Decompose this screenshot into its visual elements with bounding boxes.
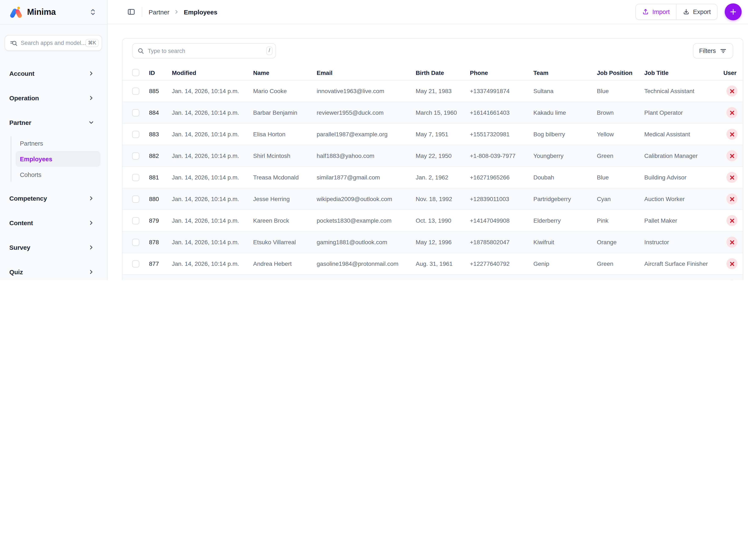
import-button[interactable]: Import [636,4,676,20]
table-search-input[interactable]: Type to search / [132,43,276,59]
cell-birth_date: March 15, 1960 [416,109,470,116]
sidebar-search-placeholder: Search apps and model... [21,40,86,46]
cell-phone: +13374991874 [470,88,533,94]
table-row[interactable]: 877Jan. 14, 2026, 10:14 p.m.Andrea Heber… [122,253,743,275]
row-checkbox[interactable] [132,217,139,224]
sidebar-item-label: Content [9,219,33,226]
cell-user [714,237,738,248]
cell-id: 880 [149,195,172,202]
sidebar-collapse-icon[interactable] [90,8,96,16]
cell-job_title: Pallet Maker [644,217,714,224]
column-header-team[interactable]: Team [533,69,597,76]
column-header-phone[interactable]: Phone [470,69,533,76]
column-header-modified[interactable]: Modified [172,69,253,76]
user-false-icon [726,193,738,205]
chevron-right-icon [88,269,94,275]
table-row[interactable]: 876Jan. 14, 2026, 10:14 p.m.Almeta Pughd… [122,275,743,280]
table-row[interactable]: 881Jan. 14, 2026, 10:14 p.m.Treasa Mcdon… [122,167,743,188]
cell-birth_date: May 7, 1951 [416,131,470,138]
sidebar-item-competency[interactable]: Competency [0,186,107,210]
sidebar-item-partner[interactable]: Partner [0,110,107,135]
sidebar-item-quiz[interactable]: Quiz [0,259,107,280]
cell-phone: +16141661403 [470,109,533,116]
cell-name: Treasa Mcdonald [253,174,317,181]
column-header-id[interactable]: ID [149,69,172,76]
cell-team: Youngberry [533,153,597,159]
column-header-email[interactable]: Email [317,69,416,76]
cell-email: half1883@yahoo.com [317,153,416,159]
row-checkbox[interactable] [132,152,139,159]
table-row[interactable]: 879Jan. 14, 2026, 10:14 p.m.Kareen Brock… [122,210,743,232]
breadcrumb-parent[interactable]: Partner [148,8,169,16]
row-checkbox[interactable] [132,131,139,138]
column-header-birth-date[interactable]: Birth Date [416,69,470,76]
table-row[interactable]: 884Jan. 14, 2026, 10:14 p.m.Barbar Benja… [122,102,743,123]
cell-phone: +15517320981 [470,131,533,138]
chevron-right-icon [88,244,94,250]
table-row[interactable]: 883Jan. 14, 2026, 10:14 p.m.Elisa Horton… [122,123,743,145]
cell-id: 877 [149,260,172,267]
column-header-job-position[interactable]: Job Position [597,69,644,76]
cell-team: Kiwifruit [533,239,597,246]
cell-name: Barbar Benjamin [253,109,317,116]
sidebar-item-survey[interactable]: Survey [0,235,107,259]
sidebar-item-operation[interactable]: Operation [0,86,107,110]
row-checkbox[interactable] [132,260,139,267]
list-toolbar: Type to search / Filters [122,39,743,59]
user-false-icon [726,237,738,248]
sidebar-subitem-employees[interactable]: Employees [16,151,100,167]
cell-id: 878 [149,239,172,246]
search-list-icon [10,39,17,47]
sidebar-subnav: PartnersEmployeesCohorts [10,136,107,182]
table-row[interactable]: 880Jan. 14, 2026, 10:14 p.m.Jesse Herrin… [122,188,743,210]
row-checkbox[interactable] [132,174,139,181]
column-header-user[interactable]: User [714,69,738,76]
filters-button[interactable]: Filters [693,43,733,59]
table-row[interactable]: 882Jan. 14, 2026, 10:14 p.m.Shirl Mcinto… [122,145,743,167]
chevron-right-icon [88,195,94,201]
export-button[interactable]: Export [676,4,717,20]
cell-name: Andrea Hebert [253,260,317,267]
column-header-job-title[interactable]: Job Title [644,69,714,76]
cell-modified: Jan. 14, 2026, 10:14 p.m. [172,153,253,159]
table-row[interactable]: 878Jan. 14, 2026, 10:14 p.m.Etsuko Villa… [122,232,743,253]
add-record-button[interactable] [725,3,742,20]
cell-phone: +12277640792 [470,260,533,267]
sidebar-subitem-partners[interactable]: Partners [16,136,100,151]
cell-id: 879 [149,217,172,224]
cell-modified: Jan. 14, 2026, 10:14 p.m. [172,239,253,246]
row-checkbox[interactable] [132,109,139,116]
cell-name: Mario Cooke [253,88,317,94]
breadcrumb-chevron-icon [173,9,180,15]
cell-modified: Jan. 14, 2026, 10:14 p.m. [172,260,253,267]
sidebar-item-content[interactable]: Content [0,210,107,235]
sidebar-search[interactable]: Search apps and model... ⌘K [5,35,102,51]
column-header-name[interactable]: Name [253,69,317,76]
cell-team: Genip [533,260,597,267]
filter-lines-icon [720,47,727,54]
sidebar-item-label: Partner [9,119,31,126]
row-checkbox[interactable] [132,195,139,203]
sidebar-item-label: Survey [9,243,30,251]
cell-name: Etsuko Villarreal [253,239,317,246]
app-window: Minima Search apps and model... ⌘K Accou… [0,0,748,280]
list-card: Type to search / Filters IDModifiedNameE… [122,38,743,280]
content-area: Type to search / Filters IDModifiedNameE… [108,24,748,280]
sidebar-toggle-icon[interactable] [127,8,136,16]
cell-team: Bog bilberry [533,131,597,138]
cell-phone: +1-808-039-7977 [470,153,533,159]
cell-user [714,129,738,140]
user-false-icon [726,86,738,96]
cell-user [714,86,738,96]
cell-birth_date: Nov. 18, 1992 [416,195,470,202]
cell-user [714,258,738,269]
sidebar-nav: AccountOperationPartnerPartnersEmployees… [0,59,107,280]
select-all-checkbox[interactable] [132,69,139,76]
plus-icon [729,8,738,16]
sidebar-item-account[interactable]: Account [0,61,107,86]
table-row[interactable]: 885Jan. 14, 2026, 10:14 p.m.Mario Cookei… [122,80,743,102]
sidebar-subitem-cohorts[interactable]: Cohorts [16,167,100,182]
cell-name: Elisa Horton [253,131,317,138]
row-checkbox[interactable] [132,87,139,95]
row-checkbox[interactable] [132,238,139,246]
